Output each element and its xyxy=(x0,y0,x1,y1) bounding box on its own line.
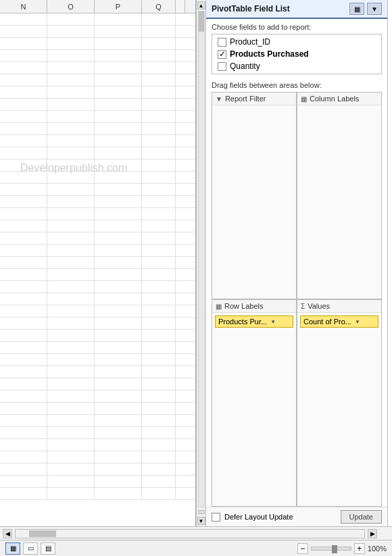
grid-cell[interactable] xyxy=(142,415,176,426)
grid-cell[interactable] xyxy=(47,415,95,426)
grid-cell[interactable] xyxy=(0,330,47,341)
grid-cell[interactable] xyxy=(0,415,47,426)
grid-cell[interactable] xyxy=(47,390,95,402)
grid-cell[interactable] xyxy=(95,50,142,61)
grid-cell[interactable] xyxy=(47,172,95,183)
grid-cell[interactable] xyxy=(0,439,47,451)
scroll-down-btn[interactable]: ▼ xyxy=(197,517,205,525)
grid-cell[interactable] xyxy=(95,99,142,110)
zoom-minus-btn[interactable]: − xyxy=(297,543,308,554)
grid-cell[interactable] xyxy=(47,488,95,499)
grid-cell[interactable] xyxy=(0,427,47,438)
pivot-dropdown-icon[interactable]: ▼ xyxy=(367,3,382,15)
grid-cell[interactable] xyxy=(142,172,176,183)
field-item-product_id[interactable]: Product_ID xyxy=(218,36,376,48)
grid-cell[interactable] xyxy=(0,318,47,329)
grid-cell[interactable] xyxy=(47,62,95,74)
scroll-up-btn[interactable]: ▲ xyxy=(197,1,205,9)
h-scroll-left-btn[interactable]: ◀ xyxy=(3,529,12,538)
grid-cell[interactable] xyxy=(142,26,176,37)
grid-cell[interactable] xyxy=(0,281,47,293)
grid-cell[interactable] xyxy=(95,232,142,244)
grid-cell[interactable] xyxy=(95,354,142,365)
grid-cell[interactable] xyxy=(95,476,142,487)
scroll-track[interactable] xyxy=(198,11,205,507)
grid-cell[interactable] xyxy=(47,305,95,317)
grid-cell[interactable] xyxy=(142,50,176,61)
zoom-slider[interactable] xyxy=(311,547,351,551)
grid-cell[interactable] xyxy=(0,74,47,86)
grid-cell[interactable] xyxy=(47,378,95,390)
field-checkbox-products_purchased[interactable]: ✓ xyxy=(218,50,226,59)
grid-cell[interactable] xyxy=(95,86,142,98)
grid-cell[interactable] xyxy=(142,293,176,305)
grid-cell[interactable] xyxy=(47,220,95,232)
grid-cell[interactable] xyxy=(47,86,95,98)
grid-cell[interactable] xyxy=(142,62,176,74)
grid-cell[interactable] xyxy=(0,293,47,305)
grid-cell[interactable] xyxy=(0,220,47,232)
grid-cell[interactable] xyxy=(95,172,142,183)
grid-cell[interactable] xyxy=(47,147,95,159)
grid-cell[interactable] xyxy=(142,451,176,463)
grid-cell[interactable] xyxy=(95,123,142,134)
grid-cell[interactable] xyxy=(95,208,142,220)
grid-cell[interactable] xyxy=(95,390,142,402)
grid-cell[interactable] xyxy=(95,488,142,499)
drag-zone-report_filter[interactable]: ▼Report Filter xyxy=(212,92,297,299)
grid-cell[interactable] xyxy=(95,293,142,305)
grid-cell[interactable] xyxy=(142,439,176,451)
field-tag-values[interactable]: Count of Pro...▼ xyxy=(300,315,378,328)
grid-cell[interactable] xyxy=(142,427,176,438)
grid-cell[interactable] xyxy=(0,99,47,110)
grid-cell[interactable] xyxy=(142,208,176,220)
grid-cell[interactable] xyxy=(95,269,142,280)
pivot-layout-icon[interactable]: ▦ xyxy=(349,3,364,15)
grid-cell[interactable] xyxy=(95,342,142,353)
grid-cell[interactable] xyxy=(142,38,176,49)
grid-cell[interactable] xyxy=(47,232,95,244)
grid-cell[interactable] xyxy=(47,427,95,438)
grid-cell[interactable] xyxy=(95,196,142,207)
grid-cell[interactable] xyxy=(142,245,176,256)
grid-cell[interactable] xyxy=(0,147,47,159)
grid-cell[interactable] xyxy=(47,318,95,329)
grid-cell[interactable] xyxy=(0,390,47,402)
grid-cell[interactable] xyxy=(0,184,47,195)
grid-cell[interactable] xyxy=(95,403,142,414)
grid-cell[interactable] xyxy=(47,111,95,122)
grid-cell[interactable] xyxy=(47,26,95,37)
grid-cell[interactable] xyxy=(95,439,142,451)
grid-cell[interactable] xyxy=(47,439,95,451)
grid-cell[interactable] xyxy=(95,14,142,25)
h-scroll-thumb[interactable] xyxy=(29,530,56,537)
normal-view-btn[interactable]: ▦ xyxy=(5,542,20,555)
grid-cell[interactable] xyxy=(142,159,176,171)
grid-cell[interactable] xyxy=(95,38,142,49)
zoom-slider-thumb[interactable] xyxy=(332,545,337,553)
grid-cell[interactable] xyxy=(47,269,95,280)
grid-cell[interactable] xyxy=(0,135,47,147)
grid-cell[interactable] xyxy=(142,135,176,147)
grid-cell[interactable] xyxy=(95,318,142,329)
grid-cell[interactable] xyxy=(0,172,47,183)
drag-zone-row_labels[interactable]: ▦Row LabelsProducts Pur...▼ xyxy=(212,299,297,507)
page-break-view-btn[interactable]: ▤ xyxy=(41,542,55,555)
vertical-scrollbar[interactable]: ▲ ▼ xyxy=(196,0,205,526)
grid-cell[interactable] xyxy=(95,378,142,390)
grid-cell[interactable] xyxy=(142,403,176,414)
grid-cell[interactable] xyxy=(95,184,142,195)
grid-cell[interactable] xyxy=(47,403,95,414)
grid-cell[interactable] xyxy=(47,366,95,378)
grid-cell[interactable] xyxy=(142,488,176,499)
grid-cell[interactable] xyxy=(142,123,176,134)
grid-cell[interactable] xyxy=(47,257,95,268)
grid-cell[interactable] xyxy=(47,184,95,195)
drag-zone-body-values[interactable]: Count of Pro...▼ xyxy=(297,313,381,506)
grid-cell[interactable] xyxy=(142,318,176,329)
layout-view-btn[interactable]: ▭ xyxy=(23,542,38,555)
grid-cell[interactable] xyxy=(47,354,95,365)
grid-cell[interactable] xyxy=(47,476,95,487)
grid-cell[interactable] xyxy=(142,220,176,232)
grid-cell[interactable] xyxy=(142,342,176,353)
